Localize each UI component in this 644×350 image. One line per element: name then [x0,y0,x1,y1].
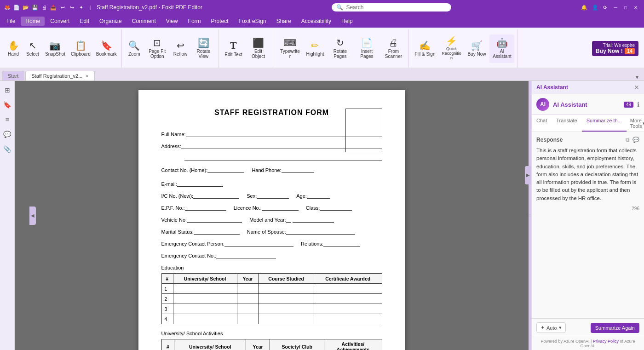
close-button[interactable]: ✕ [631,3,640,12]
sidebar-bookmarks-icon[interactable]: 🔖 [2,99,13,110]
edit-object-button[interactable]: ⬛ Edit Object [246,34,271,63]
model-line2 [293,216,334,223]
hand-icon: ✋ [8,41,19,50]
ai-tab-chat[interactable]: Chat [532,115,552,132]
vehicle-label: Vehicle No: [161,217,187,223]
insert-pages-icon: 📄 [361,38,373,47]
tab-start[interactable]: Start [2,71,24,80]
app-icon-group: 🦊 📄 📂 💾 🖨 📥 ↩ ↪ ✦ | [4,4,94,11]
form-row-vehicle: Vehicle No: Model and Year: [161,216,382,223]
clipboard-button[interactable]: 📋 Clipboard [69,34,92,63]
menu-view[interactable]: View [161,17,183,26]
edit-object-label: Edit Object [248,49,269,59]
print-icon[interactable]: 🖨 [40,4,48,11]
ribbon-items-insert: ⌨ Typewriter ✏ Highlight ↻ Rotate Pages … [278,29,406,68]
menu-edit[interactable]: Edit [75,17,94,26]
form-row-address2 [161,155,382,161]
buy-now-button[interactable]: 🛒 Buy Now [466,34,488,63]
select-tool-button[interactable]: ↖ Select [24,34,41,63]
activities-section-title: University/ School Activities [161,331,382,336]
tab-expand-button[interactable]: ▾ [632,74,642,80]
ai-assistant-panel: AI AI Assistant 49 ℹ Chat Translate Summ… [532,94,644,350]
user-icon[interactable]: 👤 [592,5,598,11]
save-icon[interactable]: 💾 [31,4,39,11]
from-scanner-button[interactable]: 🖨 From Scanner [381,34,406,63]
undo-icon[interactable]: ↩ [59,4,66,11]
menu-home[interactable]: Home [21,17,45,26]
photo-box [345,109,382,152]
minimize-button[interactable]: ─ [611,3,620,12]
age-label: Age: [296,193,307,199]
sync-icon[interactable]: ⟳ [603,5,607,11]
menu-file[interactable]: File [2,17,20,26]
collapse-left-handle[interactable]: ◀ [29,207,36,225]
menu-protect[interactable]: Protect [207,17,233,26]
auto-button[interactable]: ✦ Auto ▾ [536,322,566,333]
menu-convert[interactable]: Convert [46,17,74,26]
collapse-right-handle[interactable]: ▶ [525,166,531,184]
reflow-button[interactable]: ↩ Reflow [172,34,190,63]
sidebar-attachments-icon[interactable]: 📎 [2,143,13,155]
panel-close-button[interactable]: ✕ [634,84,639,91]
quick-recognition-button[interactable]: ⚡ Quick Recognition [439,34,464,63]
save2-icon[interactable]: 📥 [50,4,57,11]
close-tab-icon[interactable]: ✕ [85,74,89,79]
page-fit-button[interactable]: ⊡ Page Fit Option [145,34,170,63]
address-line2 [184,155,382,161]
typewriter-button[interactable]: ⌨ Typewriter [278,34,303,63]
ai-tab-more[interactable]: More Tools ▾ [627,115,644,132]
rotate-pages-button[interactable]: ↻ Rotate Pages [328,34,352,63]
menu-share[interactable]: Share [272,17,296,26]
emergency-no-label: Emergency Contact No.: [161,253,217,258]
ai-tab-summarize[interactable]: Summarize th... [582,115,627,132]
ribbon-items-advanced: ✍ Fill & Sign ⚡ Quick Recognition 🛒 Buy … [413,29,514,68]
redo-icon[interactable]: ↪ [68,4,75,11]
summarize-again-button[interactable]: Summarize Again [591,323,639,333]
highlight-button[interactable]: ✏ Highlight [305,34,326,63]
extras-icon[interactable]: ✦ [77,4,85,11]
hand-tool-button[interactable]: ✋ Hand [5,34,22,63]
zoom-button[interactable]: 🔍 Zoom [126,34,143,63]
menu-organize[interactable]: Organize [95,17,126,26]
contact-home-line [207,166,244,173]
bookmark-icon: 🔖 [101,41,112,50]
page-fit-icon: ⊡ [153,38,161,47]
tab-staff-reg[interactable]: Staff Registration_v2... ✕ [25,71,95,80]
highlight-label: Highlight [306,52,324,57]
bookmark-label: Bookmark [96,52,117,57]
menu-help[interactable]: Help [337,17,357,26]
sex-field: Sex: [247,192,289,199]
fill-sign-button[interactable]: ✍ Fill & Sign [413,34,437,63]
act-col-activities: Activities/Achievements [324,339,382,350]
ai-assistant-button[interactable]: 🤖 AI Assistant [489,34,514,63]
ai-info-icon[interactable]: ℹ [637,101,639,108]
sidebar-pages-icon[interactable]: ⊞ [2,85,13,96]
sidebar-layers-icon[interactable]: ≡ [2,114,13,125]
marital-field: Marital Status: [161,228,240,235]
chat-response-button[interactable]: 💬 [632,137,639,143]
ai-tab-translate[interactable]: Translate [552,115,581,132]
insert-pages-button[interactable]: 📄 Insert Pages [354,34,379,63]
sidebar-comments-icon[interactable]: 💬 [2,129,13,140]
privacy-policy-link[interactable]: Privacy Policy [593,339,619,344]
notification-icon[interactable]: 🔔 [581,5,587,11]
open-icon[interactable]: 📂 [22,4,29,11]
search-bar[interactable]: 🔍 [332,3,451,11]
from-scanner-label: From Scanner [383,49,404,59]
snapshot-button[interactable]: 📷 SnapShot [43,34,67,63]
bookmark-button[interactable]: 🔖 Bookmark [94,34,119,63]
edit-text-button[interactable]: T Edit Text [223,34,244,63]
act-col-year: Year [246,339,270,350]
search-input[interactable] [346,4,447,11]
copy-response-button[interactable]: ⧉ [626,137,630,143]
menu-foxiteSign[interactable]: Foxit eSign [234,17,271,26]
pdf-viewer[interactable]: ◀ STAFF REGISTRATION FORM Full Name: Add… [15,81,529,350]
menu-comment[interactable]: Comment [127,17,161,26]
new-file-icon[interactable]: 📄 [13,4,20,11]
menu-form[interactable]: Form [184,17,206,26]
menu-accessibility[interactable]: Accessibility [297,17,336,26]
spouse-field: Name of Spouse: [247,228,355,235]
trial-badge[interactable]: Trial: We expire Buy Now ! 14 [592,41,638,56]
maximize-button[interactable]: □ [621,3,630,12]
rotate-view-button[interactable]: 🔄 Rotate View [191,34,216,63]
